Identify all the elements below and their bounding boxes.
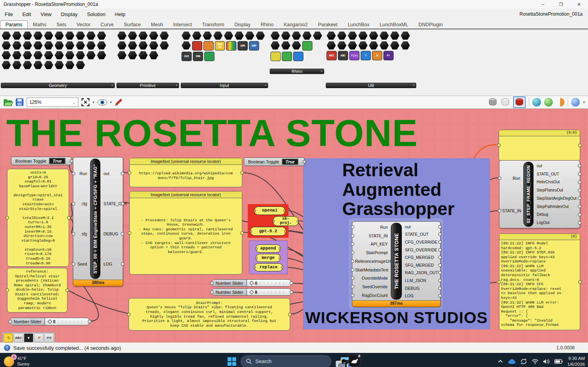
component-frame-region[interactable]: RunSTATE_IN 02_STEP_FRAME_REGION outSTAT… (499, 160, 580, 228)
battery-icon[interactable] (554, 359, 563, 364)
image-url-panel[interactable]: Image/text (universal resource locator) … (129, 158, 242, 187)
input-port[interactable]: Run (352, 225, 390, 230)
ribbon-icon[interactable]: SHP (249, 41, 259, 51)
ribbon-icon[interactable] (44, 41, 53, 50)
sketch-pencil-icon[interactable] (114, 98, 123, 107)
input-port[interactable]: cfg (73, 201, 90, 206)
menu-item[interactable]: View (36, 11, 56, 17)
ribbon-icon[interactable] (358, 31, 368, 40)
output-port[interactable]: SFG_OVERRIDE (402, 248, 440, 252)
minimize-button[interactable]: ─ (534, 0, 552, 9)
ribbon-icon[interactable] (138, 31, 148, 40)
output-cell-panel[interactable]: {0;0} (499, 130, 580, 161)
ribbon-icon[interactable] (76, 61, 85, 69)
ribbon-icon[interactable] (348, 31, 357, 40)
expand-plus-icon[interactable]: + (176, 83, 178, 88)
menu-item[interactable]: Display (56, 11, 82, 17)
ribbon-icon[interactable] (2, 41, 11, 50)
ribbon-icon[interactable] (2, 51, 11, 60)
expand-plus-icon[interactable]: + (321, 69, 323, 74)
ribbon-icon[interactable] (337, 41, 347, 50)
ribbon-icon[interactable] (292, 41, 301, 50)
chevron-down-icon[interactable]: ▾ (110, 100, 112, 104)
ribbon-icon[interactable] (213, 31, 223, 40)
ribbon-icon[interactable] (128, 51, 137, 60)
shaded-display-icon[interactable] (513, 96, 526, 108)
component-capsule[interactable]: THE ROSETTA STONE (391, 223, 402, 300)
input-port[interactable]: OverrideMode (352, 276, 390, 280)
tab[interactable]: Transform (197, 21, 230, 29)
ribbon-icon[interactable] (12, 51, 22, 60)
menu-item[interactable]: Help (110, 11, 130, 17)
ribbon-icon[interactable] (293, 52, 303, 61)
ribbon-icon[interactable] (76, 41, 85, 50)
output-port[interactable]: LOG (402, 293, 440, 298)
tab[interactable]: Params (0, 20, 28, 29)
ribbon-icon[interactable] (117, 51, 127, 60)
save-file-icon[interactable] (15, 98, 24, 107)
rhino-app-button[interactable]: 8 (349, 355, 361, 367)
tab[interactable]: Maths (28, 21, 51, 29)
ribbon-icon[interactable] (226, 41, 236, 51)
number-slider-override[interactable]: Number Slider 0 (212, 279, 292, 287)
component-rosetta-stone[interactable]: RunSTATE_INAPI_KEYStairPromptReferenceIm… (352, 221, 441, 307)
ribbon-icon[interactable] (270, 31, 280, 40)
output-port[interactable]: LogOut (534, 221, 580, 225)
ribbon-icon[interactable] (97, 51, 106, 60)
ribbon-icon[interactable] (203, 31, 212, 40)
ribbon-icon[interactable] (401, 41, 410, 50)
ribbon-icon[interactable] (65, 61, 74, 69)
ribbon-icon[interactable] (302, 31, 312, 40)
output-port[interactable]: LLM_JSON (402, 278, 440, 283)
ribbon-icon[interactable]: 3DM (238, 41, 248, 51)
input-port[interactable]: ReferenceImageUrl (352, 259, 390, 264)
output-port[interactable]: RAG_JSON_OUT (402, 270, 440, 275)
ribbon-icon[interactable] (44, 51, 53, 60)
ribbon-group-label[interactable]: Primitive+ (116, 83, 179, 88)
output-port[interactable]: StepPathIndexOut (534, 204, 580, 209)
precedent-panel[interactable]: Image/text (universal resource locator) … (129, 191, 242, 275)
ribbon-icon[interactable] (54, 51, 64, 60)
model-pill[interactable]: gpt-5.2 (250, 227, 286, 236)
ribbon-icon[interactable] (192, 41, 202, 51)
close-button[interactable]: ✕ (570, 0, 588, 9)
maximize-button[interactable]: ❐ (552, 0, 570, 9)
menu-item[interactable]: File (0, 11, 18, 17)
input-port[interactable]: sfg (73, 231, 90, 236)
ribbon-icon[interactable] (390, 41, 399, 50)
ribbon-icon[interactable] (282, 52, 292, 61)
number-slider-rag[interactable]: Number Slider 8 (212, 288, 292, 296)
weather-widget[interactable]: 1 41°F Sunny (4, 356, 29, 367)
api-key-pill[interactable]: sk- proj- (273, 216, 299, 226)
ribbon-icon[interactable] (86, 51, 96, 60)
ribbon-icon[interactable] (76, 31, 85, 40)
ribbon-icon[interactable] (117, 31, 127, 40)
toggle-value[interactable]: True (282, 159, 298, 165)
tab[interactable]: Parakeet (313, 21, 343, 29)
output-port[interactable]: DEBUG (101, 231, 123, 236)
boolean-toggle-1[interactable]: Boolean Toggle True (11, 157, 72, 165)
input-port[interactable]: StairPrompt (352, 250, 390, 255)
ribbon-icon[interactable] (65, 31, 74, 40)
input-port[interactable]: STATE_IN (352, 233, 390, 238)
boolean-toggle-2[interactable]: Boolean Toggle True (244, 157, 305, 166)
volume-icon[interactable] (543, 359, 550, 364)
tab[interactable]: Display (229, 21, 256, 29)
ribbon-icon[interactable] (12, 61, 22, 69)
expand-plus-icon[interactable]: + (111, 83, 113, 88)
ribbon-icon[interactable]: ? (361, 51, 371, 60)
ribbon-icon[interactable] (128, 31, 137, 40)
expand-plus-icon[interactable]: + (265, 83, 267, 88)
canvas[interactable]: THE ROSETTA STONE Retrieval Augmented Gr… (0, 109, 588, 342)
output-port[interactable]: StepPlanesOut (534, 188, 580, 192)
output-port[interactable]: out (534, 164, 580, 168)
half-preview-icon[interactable] (556, 98, 564, 107)
ribbon-icon[interactable] (44, 61, 53, 69)
clock-widget[interactable]: 9:30 AM 1/6/2026 (567, 356, 585, 367)
output-port[interactable]: STATE_OUT (534, 172, 580, 176)
ribbon-icon[interactable] (204, 52, 214, 61)
ribbon-icon[interactable] (33, 51, 43, 60)
ribbon-icon[interactable] (270, 52, 281, 61)
log-panel[interactable]: {0} [09:21:22] INFO Model hardcoded: gpt… (499, 233, 580, 330)
tab[interactable]: Sets (51, 21, 71, 29)
